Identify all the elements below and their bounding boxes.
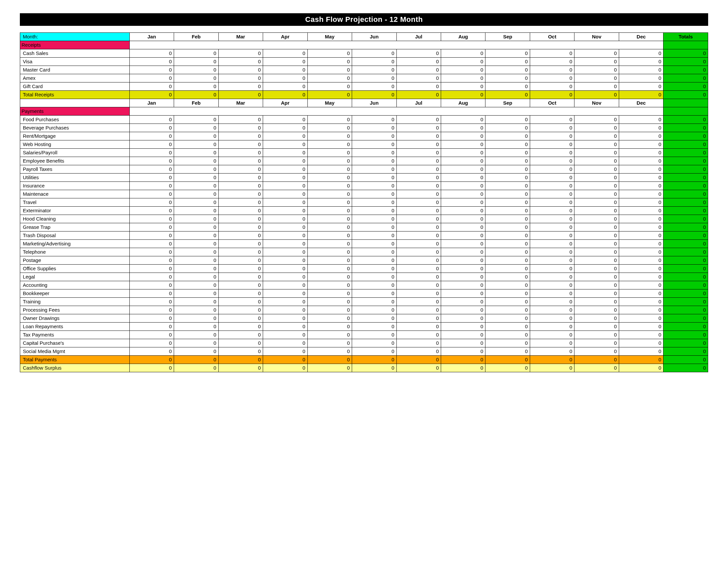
cell-value[interactable]: 0 [218, 339, 263, 348]
cell-value[interactable]: 0 [263, 173, 307, 182]
cell-value[interactable]: 0 [396, 140, 441, 149]
cell-value[interactable]: 0 [485, 140, 530, 149]
cell-value[interactable]: 0 [174, 74, 218, 82]
cell-value[interactable]: 0 [174, 356, 218, 364]
cell-value[interactable]: 0 [530, 140, 574, 149]
cell-value[interactable]: 0 [352, 124, 396, 132]
cell-value[interactable]: 0 [574, 348, 619, 356]
cell-value[interactable]: 0 [574, 49, 619, 58]
cell-value[interactable]: 0 [218, 231, 263, 240]
cell-value[interactable]: 0 [263, 264, 307, 273]
cell-value[interactable]: 0 [307, 256, 352, 264]
cell-value[interactable]: 0 [352, 49, 396, 58]
cell-value[interactable]: 0 [263, 82, 307, 91]
cell-value[interactable]: 0 [263, 66, 307, 74]
cell-value[interactable]: 0 [485, 356, 530, 364]
cell-value[interactable]: 0 [574, 140, 619, 149]
cell-value[interactable]: 0 [174, 240, 218, 248]
cell-value[interactable]: 0 [307, 182, 352, 190]
cell-value[interactable]: 0 [352, 231, 396, 240]
cell-value[interactable]: 0 [263, 198, 307, 207]
cell-value[interactable]: 0 [485, 264, 530, 273]
cell-value[interactable]: 0 [485, 256, 530, 264]
cell-value[interactable]: 0 [129, 264, 174, 273]
cell-value[interactable]: 0 [218, 314, 263, 323]
cell-value[interactable]: 0 [619, 331, 663, 339]
cell-value[interactable]: 0 [396, 215, 441, 223]
cell-value[interactable]: 0 [396, 240, 441, 248]
cell-value[interactable]: 0 [485, 66, 530, 74]
cell-value[interactable]: 0 [174, 165, 218, 173]
cell-value[interactable]: 0 [619, 231, 663, 240]
cell-value[interactable]: 0 [619, 165, 663, 173]
cell-value[interactable]: 0 [485, 248, 530, 256]
cell-value[interactable]: 0 [574, 298, 619, 306]
cell-value[interactable]: 0 [441, 223, 485, 231]
cell-value[interactable]: 0 [619, 364, 663, 372]
cell-value[interactable]: 0 [619, 124, 663, 132]
cell-value[interactable]: 0 [396, 190, 441, 198]
cell-value[interactable]: 0 [307, 58, 352, 66]
cell-value[interactable]: 0 [441, 281, 485, 290]
cell-value[interactable]: 0 [352, 364, 396, 372]
cell-value[interactable]: 0 [441, 58, 485, 66]
cell-value[interactable]: 0 [174, 248, 218, 256]
cell-value[interactable]: 0 [441, 140, 485, 149]
cell-value[interactable]: 0 [352, 91, 396, 99]
cell-value[interactable]: 0 [441, 240, 485, 248]
cell-value[interactable]: 0 [619, 58, 663, 66]
cell-value[interactable]: 0 [307, 273, 352, 281]
cell-value[interactable]: 0 [218, 364, 263, 372]
cell-value[interactable]: 0 [352, 240, 396, 248]
cell-value[interactable]: 0 [174, 207, 218, 215]
cell-value[interactable]: 0 [619, 281, 663, 290]
cell-value[interactable]: 0 [352, 173, 396, 182]
cell-value[interactable]: 0 [352, 290, 396, 298]
cell-value[interactable]: 0 [574, 74, 619, 82]
cell-value[interactable]: 0 [263, 74, 307, 82]
cell-value[interactable]: 0 [263, 124, 307, 132]
cell-value[interactable]: 0 [396, 149, 441, 157]
cell-value[interactable]: 0 [263, 223, 307, 231]
cell-value[interactable]: 0 [530, 66, 574, 74]
cell-value[interactable]: 0 [485, 240, 530, 248]
cell-value[interactable]: 0 [396, 132, 441, 140]
cell-value[interactable]: 0 [307, 306, 352, 314]
cell-value[interactable]: 0 [396, 182, 441, 190]
cell-value[interactable]: 0 [352, 182, 396, 190]
cell-value[interactable]: 0 [530, 298, 574, 306]
cell-value[interactable]: 0 [485, 149, 530, 157]
cell-value[interactable]: 0 [307, 198, 352, 207]
cell-value[interactable]: 0 [352, 157, 396, 165]
cell-value[interactable]: 0 [174, 198, 218, 207]
cell-value[interactable]: 0 [574, 331, 619, 339]
cell-value[interactable]: 0 [129, 223, 174, 231]
cell-value[interactable]: 0 [441, 198, 485, 207]
cell-value[interactable]: 0 [307, 190, 352, 198]
cell-value[interactable]: 0 [619, 248, 663, 256]
cell-value[interactable]: 0 [263, 190, 307, 198]
cell-value[interactable]: 0 [574, 356, 619, 364]
cell-value[interactable]: 0 [485, 49, 530, 58]
cell-value[interactable]: 0 [218, 198, 263, 207]
cell-value[interactable]: 0 [441, 256, 485, 264]
cell-value[interactable]: 0 [174, 223, 218, 231]
cell-value[interactable]: 0 [129, 248, 174, 256]
cell-value[interactable]: 0 [307, 290, 352, 298]
cell-value[interactable]: 0 [396, 339, 441, 348]
cell-value[interactable]: 0 [263, 182, 307, 190]
cell-value[interactable]: 0 [441, 231, 485, 240]
cell-value[interactable]: 0 [352, 339, 396, 348]
cell-value[interactable]: 0 [441, 290, 485, 298]
cell-value[interactable]: 0 [218, 281, 263, 290]
cell-value[interactable]: 0 [396, 223, 441, 231]
cell-value[interactable]: 0 [263, 157, 307, 165]
cell-value[interactable]: 0 [619, 290, 663, 298]
cell-value[interactable]: 0 [485, 314, 530, 323]
cell-value[interactable]: 0 [574, 91, 619, 99]
cell-value[interactable]: 0 [396, 157, 441, 165]
cell-value[interactable]: 0 [485, 116, 530, 124]
cell-value[interactable]: 0 [307, 140, 352, 149]
cell-value[interactable]: 0 [396, 49, 441, 58]
cell-value[interactable]: 0 [619, 223, 663, 231]
